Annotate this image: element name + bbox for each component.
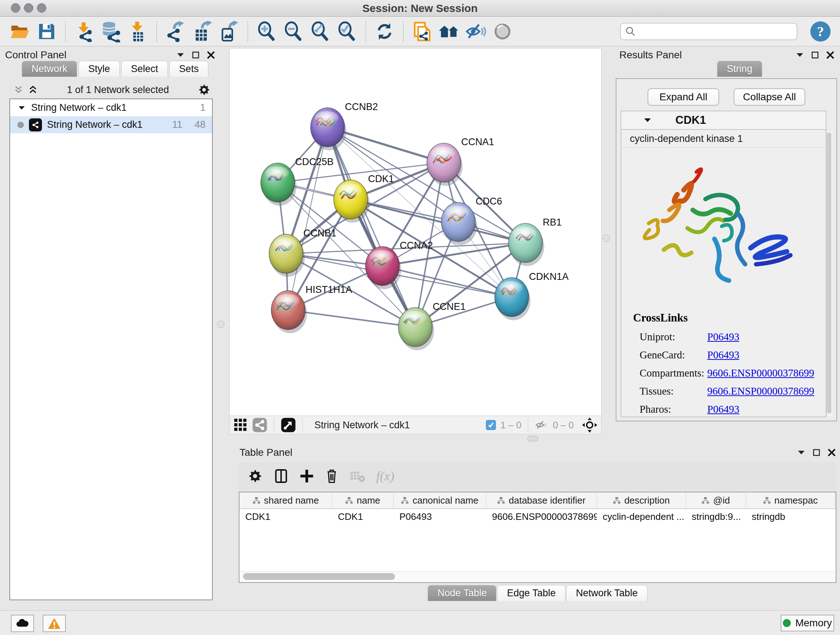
- network-node-CCNA2[interactable]: [365, 247, 401, 289]
- zoom-selected-button[interactable]: [333, 19, 360, 43]
- zoom-in-button[interactable]: [253, 19, 280, 43]
- export-image-button[interactable]: [216, 19, 242, 43]
- warnings-button[interactable]: [43, 615, 66, 632]
- hide-selected-button[interactable]: [462, 19, 489, 43]
- table-cell[interactable]: stringdb:9...: [686, 509, 746, 525]
- table-cell[interactable]: 9606.ENSP00000378699: [486, 509, 597, 525]
- save-session-button[interactable]: [33, 19, 60, 43]
- table-cell[interactable]: stringdb: [746, 509, 835, 525]
- cloud-status-button[interactable]: [11, 615, 34, 632]
- network-row-selected[interactable]: String Network – cdk1 11 48: [10, 116, 212, 133]
- tab-network[interactable]: Network: [22, 61, 77, 77]
- copy-network-button[interactable]: [409, 19, 436, 43]
- open-session-button[interactable]: [6, 19, 33, 43]
- export-table-button[interactable]: [189, 19, 216, 43]
- panel-close-icon[interactable]: [207, 51, 215, 59]
- crosslink-link[interactable]: 9606.ENSP00000378699: [707, 385, 814, 397]
- network-node-CCNB2[interactable]: [311, 108, 347, 150]
- window-close-button[interactable]: [11, 3, 20, 13]
- tab-select[interactable]: Select: [121, 61, 168, 77]
- table-cell[interactable]: CDK1: [240, 509, 332, 525]
- panel-close-icon[interactable]: [828, 448, 836, 456]
- section-collapse-icon[interactable]: [644, 117, 652, 123]
- open-in-new-window-icon[interactable]: [281, 417, 296, 432]
- column-header-description[interactable]: description: [597, 492, 686, 508]
- show-columns-icon[interactable]: [273, 469, 289, 484]
- network-node-RB1[interactable]: [508, 223, 544, 266]
- birdseye-grid-icon[interactable]: [233, 418, 248, 432]
- export-network-button[interactable]: [162, 19, 189, 43]
- column-header-shared-name[interactable]: shared name: [240, 492, 332, 508]
- panel-menu-icon[interactable]: [796, 52, 804, 58]
- network-node-CCNA1[interactable]: [427, 143, 463, 186]
- add-column-icon[interactable]: [300, 469, 314, 483]
- collapse-all-button[interactable]: Collapse All: [734, 88, 805, 106]
- hidden-eye-icon[interactable]: [535, 419, 548, 431]
- table-cell[interactable]: CDK1: [332, 509, 393, 525]
- network-node-CDKN1A[interactable]: [495, 278, 531, 320]
- network-node-CCNE1[interactable]: [398, 308, 434, 350]
- crosslink-link[interactable]: 9606.ENSP00000378699: [707, 367, 814, 379]
- import-network-from-database-button[interactable]: [98, 19, 125, 43]
- show-hidden-button[interactable]: [489, 19, 516, 43]
- zoom-fit-button[interactable]: [307, 19, 333, 43]
- table-options-gear-icon[interactable]: [248, 469, 263, 484]
- right-splitter-handle[interactable]: [603, 234, 610, 242]
- zoom-out-button[interactable]: [280, 19, 307, 43]
- panel-float-icon[interactable]: [813, 448, 821, 456]
- crosslink-link[interactable]: P06493: [707, 349, 739, 361]
- network-node-CDC6[interactable]: [441, 203, 477, 245]
- table-cell[interactable]: P06493: [393, 509, 486, 525]
- crosslink-link[interactable]: P06493: [707, 331, 739, 343]
- expand-all-button[interactable]: Expand All: [647, 88, 719, 106]
- network-edge[interactable]: [327, 127, 415, 327]
- column-header-namespac[interactable]: namespac: [746, 492, 835, 508]
- network-edge[interactable]: [288, 310, 415, 327]
- tab-node-table[interactable]: Node Table: [428, 585, 496, 601]
- tab-sets[interactable]: Sets: [169, 61, 208, 77]
- column-header-database-identifier[interactable]: database identifier: [486, 492, 597, 508]
- pan-crosshair-icon[interactable]: [582, 417, 598, 433]
- memory-button[interactable]: Memory: [781, 615, 834, 631]
- delete-column-icon[interactable]: [325, 469, 339, 484]
- tab-network-table[interactable]: Network Table: [566, 585, 647, 601]
- panel-menu-icon[interactable]: [797, 450, 805, 455]
- import-table-button[interactable]: [125, 19, 151, 43]
- window-zoom-button[interactable]: [37, 3, 46, 13]
- column-header-canonical-name[interactable]: canonical name: [393, 492, 486, 508]
- network-canvas[interactable]: CCNB2CCNA1CDC25BCDK1CDC6RB1CCNB1CCNA2CDK…: [229, 48, 602, 416]
- collapse-all-icon[interactable]: [13, 84, 24, 95]
- network-edge[interactable]: [288, 127, 328, 310]
- apply-layout-button[interactable]: [371, 19, 398, 43]
- bottom-splitter-handle[interactable]: [527, 436, 538, 441]
- panel-close-icon[interactable]: [826, 51, 834, 59]
- search-input[interactable]: [636, 26, 792, 37]
- results-tab-string[interactable]: String: [717, 61, 762, 77]
- column-header--id[interactable]: @id: [686, 492, 746, 508]
- network-collection-row[interactable]: String Network – cdk1 1: [10, 99, 212, 116]
- panel-menu-icon[interactable]: [177, 52, 185, 58]
- show-all-networks-button[interactable]: [436, 19, 462, 43]
- network-edge[interactable]: [382, 266, 512, 297]
- tab-style[interactable]: Style: [79, 61, 120, 77]
- table-cell[interactable]: cyclin-dependent ...: [597, 509, 686, 525]
- tab-edge-table[interactable]: Edge Table: [497, 585, 565, 601]
- tree-expander-icon[interactable]: [18, 105, 25, 111]
- gene-section-header[interactable]: CDK1: [621, 111, 826, 130]
- network-node-CCNB1[interactable]: [269, 234, 305, 277]
- selected-checkbox[interactable]: [486, 420, 496, 430]
- network-node-HIST1H1A[interactable]: [271, 291, 307, 333]
- column-header-name[interactable]: name: [332, 492, 393, 508]
- help-button[interactable]: ?: [810, 21, 831, 42]
- network-options-gear-icon[interactable]: [197, 83, 210, 96]
- table-scrollbar-thumb[interactable]: [243, 573, 395, 580]
- import-network-button[interactable]: [71, 19, 98, 43]
- left-splitter-handle[interactable]: [217, 321, 224, 328]
- results-scrollbar-thumb[interactable]: [827, 133, 831, 413]
- panel-float-icon[interactable]: [811, 51, 819, 59]
- network-node-CDC25B[interactable]: [261, 163, 297, 206]
- panel-float-icon[interactable]: [192, 51, 200, 59]
- window-minimize-button[interactable]: [24, 3, 33, 13]
- search-box[interactable]: [620, 23, 797, 40]
- table-row[interactable]: CDK1CDK1P064939606.ENSP00000378699cyclin…: [240, 509, 836, 525]
